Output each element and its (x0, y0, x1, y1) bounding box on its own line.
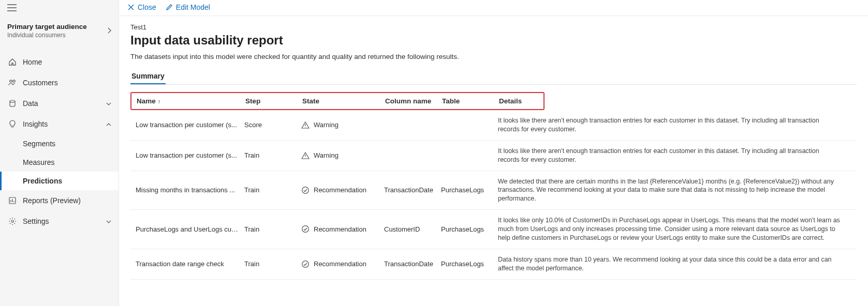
tab-summary[interactable]: Summary (130, 69, 166, 84)
nav-settings[interactable]: Settings (0, 211, 119, 232)
nav-label: Predictions (23, 177, 62, 185)
cell-table: PurchaseLogs (441, 260, 498, 268)
page-description: The datasets input into this model were … (130, 53, 857, 60)
nav-label: Segments (23, 140, 55, 148)
cell-name: Low transaction per customer (s... (136, 151, 244, 159)
cell-state: Recommendation (301, 186, 384, 194)
main-panel: Close Edit Model Test1 Input data usabil… (119, 0, 868, 306)
svg-point-1 (13, 80, 15, 82)
cell-state: Warning (301, 151, 384, 160)
nav-label: Data (23, 99, 38, 108)
cell-name: Missing months in transactions ... (136, 186, 244, 194)
cell-column: TransactionDate (384, 186, 441, 194)
cell-name: Transaction date range check (136, 260, 244, 268)
nav-measures[interactable]: Measures (0, 153, 119, 172)
close-label: Close (138, 3, 156, 11)
report-icon (7, 195, 18, 206)
audience-title: Primary target audience (7, 23, 87, 32)
chevron-up-icon (106, 120, 111, 128)
cell-state: Recommendation (301, 260, 384, 268)
cell-column: TransactionDate (384, 260, 441, 268)
gear-icon (7, 216, 18, 226)
edit-model-button[interactable]: Edit Model (166, 3, 210, 11)
cell-details: We detected that there are certain month… (498, 177, 851, 204)
col-column[interactable]: Column name (385, 97, 442, 105)
lightbulb-icon (7, 119, 18, 129)
cell-step: Train (244, 151, 301, 159)
database-icon (7, 98, 18, 109)
cell-table: PurchaseLogs (441, 225, 498, 233)
nav-label: Measures (23, 158, 54, 166)
svg-point-0 (10, 80, 12, 82)
svg-point-7 (302, 261, 309, 267)
nav-label: Reports (Preview) (23, 196, 81, 205)
table-row[interactable]: Low transaction per customer (s...ScoreW… (130, 110, 857, 141)
cell-step: Train (244, 260, 301, 268)
chevron-down-icon (106, 218, 111, 225)
close-button[interactable]: Close (127, 3, 156, 11)
warning-icon (301, 121, 310, 129)
chevron-right-icon (104, 27, 111, 35)
nav-label: Home (23, 58, 42, 66)
cell-name: Low transaction per customer (s... (136, 121, 244, 129)
svg-point-2 (10, 100, 15, 102)
warning-icon (301, 151, 310, 160)
command-bar: Close Edit Model (119, 0, 868, 16)
col-state[interactable]: State (302, 97, 385, 105)
table-row[interactable]: Transaction date range checkTrainRecomme… (130, 249, 857, 280)
nav-insights[interactable]: Insights (0, 114, 119, 134)
cell-table: PurchaseLogs (441, 186, 498, 194)
cell-column: CustomerID (384, 225, 441, 233)
page-title: Input data usability report (130, 33, 857, 48)
audience-selector[interactable]: Primary target audience Individual consu… (0, 14, 119, 44)
check-circle-icon (301, 225, 310, 233)
cell-step: Train (244, 225, 301, 233)
cell-details: It looks like there aren't enough transa… (498, 116, 851, 134)
nav-home[interactable]: Home (0, 52, 119, 72)
cell-details: It looks like only 10.0% of CustomerIDs … (498, 216, 851, 242)
col-step[interactable]: Step (245, 97, 302, 105)
table-row[interactable]: Low transaction per customer (s...TrainW… (130, 141, 857, 171)
cell-step: Train (244, 186, 301, 194)
breadcrumb[interactable]: Test1 (130, 23, 857, 31)
nav-predictions[interactable]: Predictions (0, 172, 119, 190)
sort-asc-icon: ↑ (158, 98, 161, 104)
cell-step: Score (244, 121, 301, 129)
check-circle-icon (301, 186, 310, 194)
table-row[interactable]: PurchaseLogs and UserLogs cus...TrainRec… (130, 210, 857, 249)
table-row[interactable]: Missing months in transactions ...TrainR… (130, 171, 857, 210)
nav-segments[interactable]: Segments (0, 134, 119, 153)
table-header-row: Name↑ Step State Column name Table Detai… (130, 92, 545, 110)
hamburger-menu-button[interactable] (0, 0, 119, 14)
people-icon (7, 78, 18, 88)
nav-label: Customers (23, 79, 58, 87)
edit-icon (166, 4, 173, 11)
cell-details: Data history spans more than 10 years. W… (498, 255, 851, 273)
chevron-down-icon (106, 100, 111, 107)
col-details[interactable]: Details (499, 97, 538, 105)
svg-point-5 (302, 187, 309, 194)
svg-point-4 (11, 220, 13, 222)
col-table[interactable]: Table (442, 97, 499, 105)
sidebar: Primary target audience Individual consu… (0, 0, 119, 306)
cell-details: It looks like there aren't enough transa… (498, 147, 851, 164)
col-name[interactable]: Name↑ (137, 97, 245, 105)
edit-label: Edit Model (176, 3, 210, 11)
svg-point-6 (302, 226, 309, 233)
audience-subtitle: Individual consumers (7, 32, 87, 39)
cell-state: Warning (301, 121, 384, 129)
cell-name: PurchaseLogs and UserLogs cus... (136, 225, 244, 233)
nav-reports[interactable]: Reports (Preview) (0, 190, 119, 211)
home-icon (7, 57, 18, 67)
close-icon (127, 4, 135, 11)
nav-customers[interactable]: Customers (0, 72, 119, 93)
nav-label: Settings (23, 217, 49, 225)
nav-label: Insights (23, 120, 48, 128)
nav-data[interactable]: Data (0, 93, 119, 114)
check-circle-icon (301, 260, 310, 268)
cell-state: Recommendation (301, 225, 384, 233)
